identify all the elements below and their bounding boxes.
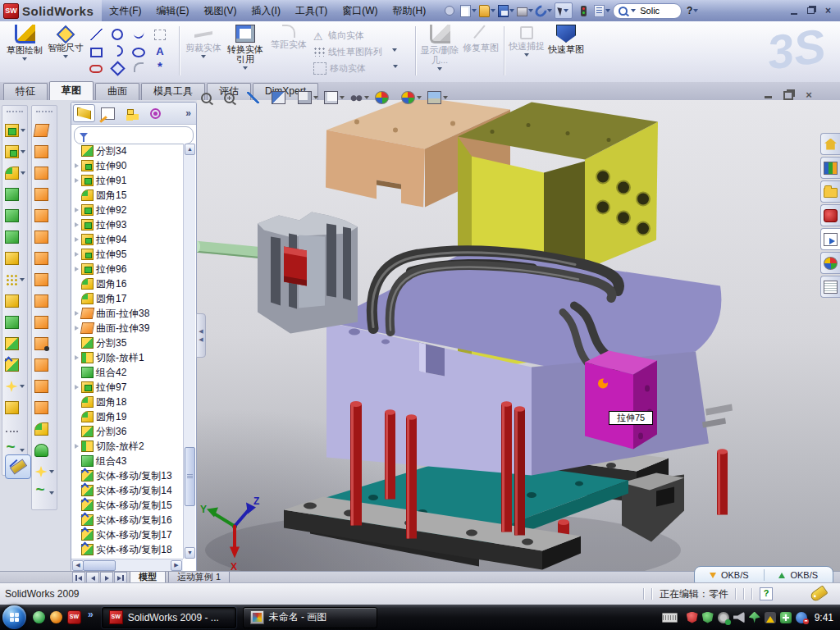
taskbar-clock[interactable]: 9:41 — [815, 612, 833, 623]
print-button[interactable] — [517, 3, 533, 18]
taskbar-button[interactable]: SolidWorks 2009 - ... — [102, 607, 236, 628]
dropdown-caret-icon[interactable] — [528, 9, 533, 12]
tree-item[interactable]: 拉伸94 — [73, 232, 183, 247]
model-tab[interactable]: 模型 — [130, 572, 166, 583]
tree-horizontal-scrollbar[interactable]: ◀ ▶ — [71, 559, 183, 571]
sketch-text-icon[interactable]: A — [154, 45, 167, 57]
section-view-icon[interactable] — [272, 91, 292, 104]
surface-planar-icon[interactable] — [34, 230, 55, 244]
surface-knit-icon[interactable] — [34, 294, 55, 308]
undo-button[interactable] — [536, 3, 552, 18]
move-copy-icon[interactable] — [5, 358, 25, 372]
expand-arrow-icon[interactable] — [75, 222, 79, 227]
sketch-button[interactable]: 草图绘制 — [5, 25, 44, 79]
model-tab[interactable]: 运动算例 1 — [168, 572, 230, 583]
expand-arrow-icon[interactable] — [75, 208, 79, 212]
zoom-area-icon[interactable] — [224, 93, 241, 103]
expand-arrow-icon[interactable] — [75, 252, 79, 257]
tree-item[interactable]: 拉伸90 — [73, 158, 183, 173]
point-icon[interactable]: * — [154, 62, 167, 73]
dropdown-caret-icon[interactable] — [63, 55, 68, 58]
keyboard-layout-icon[interactable] — [662, 613, 678, 623]
dropdown-caret-icon[interactable] — [21, 129, 25, 132]
doc-minimize-button[interactable] — [761, 89, 774, 101]
ribbon-tab[interactable]: 模具工具 — [141, 83, 205, 100]
close-button[interactable]: × — [821, 5, 835, 17]
selection-box-icon[interactable] — [154, 30, 166, 40]
messenger-icon[interactable] — [33, 611, 45, 623]
menu-item[interactable]: 帮助(H) — [386, 1, 434, 21]
surface-delete-face-icon[interactable] — [34, 336, 55, 351]
tree-item[interactable]: 分割35 — [73, 336, 183, 350]
mirror-entities-button[interactable]: ⚠ 镜向实体 — [313, 28, 364, 43]
expand-arrow-icon[interactable] — [75, 355, 79, 360]
dropdown-caret-icon[interactable] — [417, 96, 422, 99]
surface-replace-icon[interactable] — [34, 400, 55, 415]
surface-boundary-icon[interactable] — [34, 208, 55, 223]
spline-icon[interactable] — [133, 30, 145, 39]
file-explorer-icon[interactable] — [820, 180, 840, 203]
tree-item[interactable]: 实体-移动/复制15 — [73, 498, 183, 513]
tree-item[interactable]: 圆角16 — [73, 276, 183, 291]
tree-item[interactable]: 切除-放样1 — [73, 350, 183, 365]
tree-item[interactable]: 圆角15 — [73, 188, 183, 203]
surface-loft-icon[interactable] — [34, 187, 55, 202]
pin-toolbar-button[interactable] — [441, 3, 458, 18]
design-library-icon[interactable] — [820, 157, 840, 179]
dropdown-caret-icon[interactable] — [21, 171, 25, 175]
offset-entities-button[interactable]: 等距实体 — [271, 25, 307, 79]
volume-icon[interactable] — [733, 612, 745, 623]
tree-item[interactable]: 圆角18 — [73, 395, 183, 409]
tree-item[interactable]: 切除-放样2 — [73, 439, 183, 454]
line-icon[interactable] — [90, 29, 103, 40]
dropdown-caret-icon[interactable] — [393, 65, 398, 68]
search-scope-caret-icon[interactable] — [631, 9, 636, 12]
tree-item[interactable]: 分割34 — [73, 144, 183, 158]
dropdown-caret-icon[interactable] — [22, 57, 27, 61]
convert-entities-button[interactable]: 转换实体引用 — [225, 25, 266, 79]
select-button[interactable] — [555, 2, 573, 19]
tree-item[interactable]: 曲面-拉伸39 — [73, 321, 183, 336]
feature-manager-tab[interactable] — [73, 104, 95, 122]
tree-item[interactable]: 圆角17 — [73, 291, 183, 306]
tree-item[interactable]: 分割36 — [73, 424, 183, 439]
tree-item[interactable]: 拉伸95 — [73, 247, 183, 262]
antivirus-icon[interactable] — [687, 612, 698, 623]
menu-item[interactable]: 窗口(W) — [335, 1, 385, 21]
tree-item[interactable]: 拉伸92 — [73, 203, 183, 217]
tree-item[interactable]: 圆角19 — [73, 409, 183, 424]
tree-vertical-scrollbar[interactable]: ▲ ▼ — [183, 144, 195, 559]
apply-scene-icon[interactable] — [401, 91, 422, 104]
combine-bodies-icon[interactable] — [5, 294, 25, 308]
tree-item[interactable]: 拉伸91 — [73, 173, 183, 188]
expand-arrow-icon[interactable] — [75, 237, 79, 242]
tags-icon[interactable] — [809, 585, 828, 602]
extruded-boss-icon[interactable] — [5, 123, 25, 138]
options-button[interactable] — [594, 3, 610, 18]
tree-item[interactable]: 实体-移动/复制14 — [73, 483, 183, 498]
scroll-right-icon[interactable]: ▶ — [171, 560, 182, 571]
magnify-icon[interactable] — [247, 92, 266, 103]
help-button[interactable]: ? — [684, 3, 701, 18]
security-suite-icon[interactable] — [702, 612, 714, 623]
surface-curve-icon[interactable] — [35, 464, 54, 479]
taskbar-button[interactable]: 未命名 - 画图 — [243, 607, 377, 628]
dropdown-caret-icon[interactable] — [509, 9, 514, 12]
circle-icon[interactable] — [112, 29, 123, 40]
panel-overflow-chevron[interactable]: » — [185, 107, 194, 119]
new-document-button[interactable] — [460, 3, 477, 18]
dropdown-caret-icon[interactable] — [437, 67, 442, 71]
expand-arrow-icon[interactable] — [75, 267, 79, 272]
dimxpert-manager-tab[interactable] — [144, 104, 167, 122]
menu-item[interactable]: 插入(I) — [244, 1, 288, 21]
menu-item[interactable]: 编辑(E) — [149, 1, 197, 21]
expand-arrow-icon[interactable] — [75, 311, 79, 316]
display-style-icon[interactable] — [324, 91, 345, 104]
launcher-icon[interactable] — [50, 611, 62, 623]
resources-home-icon[interactable] — [820, 133, 840, 155]
dropdown-caret-icon[interactable] — [443, 96, 448, 99]
dropdown-caret-icon[interactable] — [243, 66, 248, 70]
menu-item[interactable]: 文件(F) — [102, 1, 148, 21]
tree-item[interactable]: 组合42 — [73, 365, 183, 380]
sketch-fillet-icon[interactable] — [134, 62, 144, 72]
